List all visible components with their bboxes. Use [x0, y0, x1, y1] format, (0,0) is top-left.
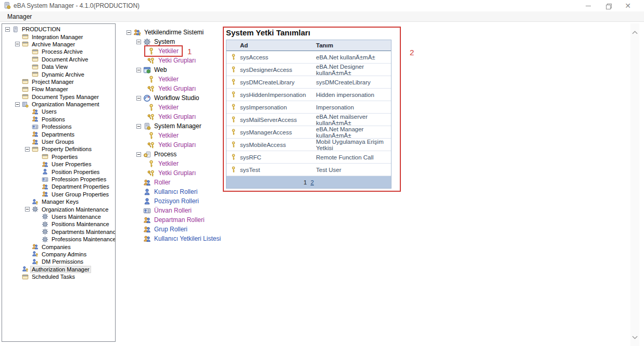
left-tree-item-organization-management[interactable]: Organization Management [2, 101, 115, 108]
tree-item-label: Document Types Manager [31, 94, 100, 100]
left-tree-item-positions-maintenance[interactable]: Positions Maintenance [2, 220, 115, 228]
left-tree-item-user-groups[interactable]: User Groups [2, 138, 115, 145]
left-tree-item-company-admins[interactable]: Company Admins [2, 251, 115, 258]
left-tree-item-authorization-manager[interactable]: Authorization Manager [2, 266, 115, 273]
left-tree-item-document-types-manager[interactable]: Document Types Manager [2, 93, 115, 101]
left-tree-item-professions[interactable]: Professions [2, 123, 115, 130]
left-tree-item-production[interactable]: PRODUCTION [2, 26, 115, 33]
left-tree-item-users-maintenance[interactable]: Users Maintenance [2, 213, 115, 220]
keys-icon [147, 169, 155, 177]
left-tree-item-archive-manager[interactable]: Archive Manager [2, 41, 115, 48]
left-tree-item-manager-keys[interactable]: Manager Keys [2, 198, 115, 205]
title-bar: eBA System Manager - 4.1.0(PRODUCTION) ✕ [0, 0, 644, 11]
left-tree-item-data-view[interactable]: Data View [2, 63, 115, 70]
collapse-minus-icon[interactable] [136, 96, 141, 101]
expander-spacer [136, 218, 141, 223]
tree-item-label: Yetkiler [157, 132, 180, 139]
collapse-minus-icon[interactable] [5, 27, 10, 32]
tree-item-label: Process Archive [41, 48, 84, 55]
collapse-minus-icon[interactable] [25, 207, 30, 212]
auth-tree-item-grup-rolleri[interactable]: Grup Rolleri [125, 225, 245, 234]
left-tree-item-organization-maintenance[interactable]: Organization Maintenance [2, 205, 115, 213]
left-tree-item-property-definitions[interactable]: Property Definitions [2, 145, 115, 153]
expander-spacer [35, 214, 40, 219]
left-tree-item-scheduled-tasks[interactable]: Scheduled Tasks [2, 273, 115, 280]
left-tree-item-companies[interactable]: Companies [2, 243, 115, 250]
tree-item-label: Professions Maintenance [50, 236, 116, 242]
expander-spacer [35, 177, 40, 182]
tree-item-label: User Groups [41, 139, 75, 145]
process-icon [143, 151, 151, 158]
tree-item-label: Grup Rolleri [153, 226, 188, 233]
left-tree-item-dynamic-archive[interactable]: Dynamic Archive [2, 70, 115, 78]
expander-spacer [25, 72, 30, 77]
tree-item-label: Web [153, 66, 168, 73]
expander-spacer [25, 252, 30, 256]
form-icon [22, 33, 29, 40]
collapse-minus-icon[interactable] [136, 124, 141, 129]
users-icon [42, 183, 48, 190]
close-icon: ✕ [625, 2, 631, 10]
close-button[interactable]: ✕ [621, 1, 635, 10]
collapse-minus-icon[interactable] [136, 152, 141, 157]
collapse-minus-icon[interactable] [15, 102, 20, 107]
expander-spacer [25, 200, 30, 204]
auth-tree-item-pozisyon-rolleri[interactable]: Pozisyon Rolleri [125, 196, 245, 206]
person-icon [42, 168, 48, 175]
left-tree-item-position-properties[interactable]: Position Properties [2, 168, 115, 175]
collapse-minus-icon[interactable] [15, 42, 20, 46]
left-tree-item-process-archive[interactable]: Process Archive [2, 48, 115, 55]
minimize-icon [586, 6, 591, 6]
sysmgr-icon [143, 122, 151, 130]
menu-item-manager[interactable]: Manager [0, 11, 36, 20]
left-tree-item-user-properties[interactable]: User Properties [2, 160, 115, 168]
tree-item-label: System Manager [153, 122, 203, 130]
collapse-minus-icon[interactable] [136, 40, 141, 44]
collapse-minus-icon[interactable] [136, 68, 141, 72]
left-tree-item-department-properties[interactable]: Department Properties [2, 183, 115, 190]
expander-spacer [136, 199, 141, 204]
left-tree-item-flow-manager[interactable]: Flow Manager [2, 85, 115, 93]
users-icon [32, 139, 39, 145]
tree-item-label: PRODUCTION [21, 26, 61, 32]
auth-tree-item-nvan-rolleri[interactable]: Ünvan Rolleri [125, 206, 245, 215]
left-tree-item-properties[interactable]: Properties [2, 153, 115, 160]
restore-button[interactable] [601, 1, 615, 10]
scroll-up-button[interactable] [630, 28, 639, 36]
left-tree-item-departments-maintenance[interactable]: Departments Maintenance [2, 228, 115, 236]
auth-tree-item-departman-rolleri[interactable]: Departman Rolleri [125, 215, 245, 225]
left-tree-item-project-manager[interactable]: Project Manager [2, 78, 115, 85]
collapse-minus-icon[interactable] [127, 30, 131, 35]
left-tree-item-profession-properties[interactable]: Profession Properties [2, 176, 115, 183]
left-tree-item-departments[interactable]: Departments [2, 130, 115, 138]
key-icon [147, 132, 155, 140]
expander-spacer [35, 222, 40, 227]
idcard-icon [42, 176, 48, 183]
left-tree-item-user-group-properties[interactable]: User Group Properties [2, 191, 115, 198]
tree-item-label: Properties [50, 154, 79, 160]
tree-item-label: Yetkilendirme Sistemi [143, 29, 205, 36]
auth-tree-item-kullan-c-yetkileri-listesi[interactable]: Kullanıcı Yetkileri Listesi [125, 234, 245, 243]
left-tree-item-users[interactable]: Users [2, 108, 115, 115]
left-tree-item-integration-manager[interactable]: Integration Manager [2, 33, 115, 40]
navigation-tree-panel: PRODUCTIONIntegration ManagerArchive Man… [2, 23, 116, 342]
tree-item-label: Organization Maintenance [41, 206, 109, 213]
left-tree-item-positions[interactable]: Positions [2, 116, 115, 123]
expander-spacer [15, 79, 20, 84]
gear-icon [42, 221, 48, 228]
left-tree-item-document-archive[interactable]: Document Archive [2, 56, 115, 63]
vertical-scrollbar[interactable] [630, 23, 639, 346]
tree-item-label: Data View [41, 64, 69, 70]
left-tree-item-dm-permissions[interactable]: DM Permissions [2, 258, 115, 265]
users-icon [143, 216, 151, 224]
scroll-down-button[interactable] [630, 333, 639, 342]
tree-item-label: Departman Rolleri [153, 216, 206, 224]
minimize-button[interactable] [581, 1, 596, 10]
web-icon [143, 66, 151, 74]
expander-spacer [35, 192, 40, 196]
left-tree-item-professions-maintenance[interactable]: Professions Maintenance [2, 236, 115, 243]
expander-spacer [25, 117, 30, 121]
tree-item-label: Position Properties [50, 169, 100, 175]
collapse-minus-icon[interactable] [25, 147, 30, 152]
userkey-icon [22, 266, 29, 273]
